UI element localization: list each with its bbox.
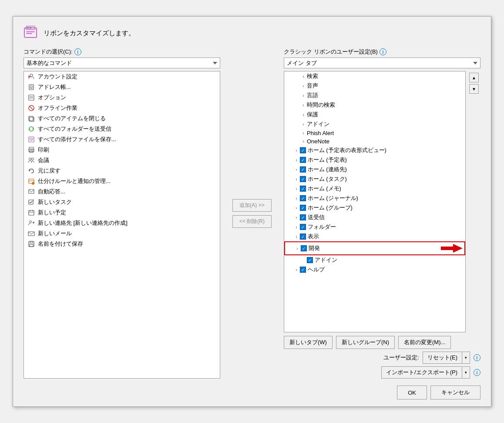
right-list-item[interactable]: › ホーム (タスク) bbox=[284, 174, 465, 184]
svg-text:!: ! bbox=[33, 183, 33, 185]
import-export-button[interactable]: インポート/エクスポート(P) bbox=[382, 367, 462, 378]
offline-icon bbox=[27, 104, 35, 112]
new-tab-button[interactable]: 新しいタブ(W) bbox=[284, 336, 333, 349]
right-list-item[interactable]: › ホーム (連絡先) bbox=[284, 165, 465, 174]
list-item[interactable]: 元に戻す bbox=[24, 166, 220, 176]
right-list-item[interactable]: › アドイン bbox=[284, 119, 465, 129]
expand-icon: › bbox=[300, 112, 307, 117]
right-list-item[interactable]: › 時間の検索 bbox=[284, 100, 465, 110]
right-list-item[interactable]: › 送受信 bbox=[284, 213, 465, 222]
list-item[interactable]: 新しいメール bbox=[24, 228, 220, 239]
svg-rect-11 bbox=[29, 95, 34, 100]
user-settings-row: ユーザー設定: リセット(E) ▾ i bbox=[284, 352, 480, 364]
reset-button[interactable]: リセット(E) bbox=[423, 352, 462, 363]
customize-ribbon-dialog: リボンをカスタマイズします。 コマンドの選択(C): i 基本的なコマンド アカ… bbox=[13, 16, 491, 407]
print-icon bbox=[27, 146, 35, 154]
scroll-up-button[interactable]: ▲ bbox=[469, 73, 479, 82]
list-item[interactable]: すべてのフォルダーを送受信 bbox=[24, 124, 220, 134]
list-item[interactable]: 新しいタスク bbox=[24, 197, 220, 207]
add-button[interactable]: 追加(A) >> bbox=[232, 199, 272, 212]
checkbox[interactable] bbox=[300, 166, 306, 173]
right-list-item-label: 表示 bbox=[308, 233, 319, 240]
expand-icon: › bbox=[293, 234, 300, 239]
left-panel: コマンドの選択(C): i 基本的なコマンド アカウント設定 bbox=[24, 48, 220, 379]
checkbox[interactable] bbox=[301, 245, 307, 251]
checkbox[interactable] bbox=[300, 214, 306, 220]
checkbox[interactable] bbox=[300, 233, 306, 240]
right-panel-inner: › 検索 › 音声 › 言語 › 時間の検索 bbox=[284, 71, 480, 332]
svg-point-6 bbox=[30, 74, 33, 77]
right-list-item[interactable]: › 検索 bbox=[284, 71, 465, 81]
right-list-item[interactable]: › 表示 bbox=[284, 232, 465, 241]
list-item[interactable]: 自動応答... bbox=[24, 186, 220, 197]
meeting-icon bbox=[27, 156, 35, 164]
list-item[interactable]: オプション bbox=[24, 92, 220, 103]
checkbox[interactable] bbox=[300, 224, 306, 230]
svg-rect-18 bbox=[29, 137, 34, 142]
right-list-item[interactable]: › ホーム (ジャーナル) bbox=[284, 193, 465, 203]
list-item[interactable]: アドレス帳... bbox=[24, 82, 220, 92]
right-list-item[interactable]: アドイン bbox=[284, 255, 465, 265]
right-list-item[interactable]: › フォルダー bbox=[284, 222, 465, 232]
checkbox[interactable] bbox=[300, 147, 306, 153]
red-arrow-icon bbox=[437, 243, 463, 254]
reset-dropdown-arrow[interactable]: ▾ bbox=[462, 352, 470, 363]
svg-point-24 bbox=[32, 158, 34, 160]
checkbox[interactable] bbox=[300, 186, 306, 192]
right-list-item-label: ホーム (連絡先) bbox=[308, 166, 347, 173]
options-icon bbox=[27, 94, 35, 102]
list-item[interactable]: 新しい連絡先 [新しい連絡先の作成] bbox=[24, 218, 220, 228]
list-item[interactable]: 会議 bbox=[24, 155, 220, 166]
expand-icon: › bbox=[294, 246, 301, 251]
list-item[interactable]: 印刷 bbox=[24, 145, 220, 155]
bottom-buttons: 新しいタブ(W) 新しいグループ(N) 名前の変更(M)... bbox=[284, 336, 480, 349]
checkbox[interactable] bbox=[300, 195, 306, 201]
new-group-button[interactable]: 新しいグループ(N) bbox=[336, 336, 395, 349]
closeall-icon bbox=[27, 115, 35, 122]
right-list-item[interactable]: › ホーム (予定表の表形式ビュー) bbox=[284, 146, 465, 155]
list-item[interactable]: すべてのアイテムを閉じる bbox=[24, 113, 220, 124]
list-item[interactable]: すべての添付ファイルを保存... bbox=[24, 134, 220, 145]
import-export-split-button[interactable]: インポート/エクスポート(P) ▾ bbox=[381, 366, 470, 379]
scroll-down-button[interactable]: ▼ bbox=[469, 84, 479, 94]
checkbox[interactable] bbox=[300, 205, 306, 211]
list-item-label: 自動応答... bbox=[38, 188, 65, 196]
import-export-info-icon[interactable]: i bbox=[474, 369, 480, 376]
right-list-item-kaihatsu[interactable]: › 開発 bbox=[284, 241, 465, 255]
import-export-dropdown-arrow[interactable]: ▾ bbox=[462, 367, 470, 378]
list-item-label: 会議 bbox=[38, 156, 49, 164]
ok-button[interactable]: OK bbox=[397, 386, 427, 399]
account-icon bbox=[27, 73, 35, 81]
expand-icon: › bbox=[300, 93, 307, 98]
list-item[interactable]: 名前を付けて保存 bbox=[24, 239, 220, 249]
list-item[interactable]: アカウント設定 bbox=[24, 71, 220, 82]
remove-button[interactable]: << 削除(R) bbox=[232, 215, 272, 228]
reset-info-icon[interactable]: i bbox=[474, 354, 480, 361]
right-list-item[interactable]: › ホーム (メモ) bbox=[284, 184, 465, 193]
checkbox[interactable] bbox=[300, 267, 306, 273]
right-list-item[interactable]: › OneNote bbox=[284, 137, 465, 146]
right-list-item[interactable]: › ホーム (予定表) bbox=[284, 155, 465, 165]
right-list-item[interactable]: › ヘルプ bbox=[284, 265, 465, 274]
right-dropdown[interactable]: メイン タブ bbox=[284, 58, 480, 68]
left-dropdown[interactable]: 基本的なコマンド bbox=[24, 58, 220, 68]
right-list-item[interactable]: › 保護 bbox=[284, 110, 465, 119]
right-list-item[interactable]: › ホーム (グループ) bbox=[284, 203, 465, 213]
checkbox[interactable] bbox=[307, 257, 313, 263]
right-list-item[interactable]: › Phish Alert bbox=[284, 129, 465, 137]
checkbox[interactable] bbox=[300, 176, 306, 182]
rename-button[interactable]: 名前の変更(M)... bbox=[398, 336, 451, 349]
left-info-icon[interactable]: i bbox=[74, 48, 81, 55]
reset-split-button[interactable]: リセット(E) ▾ bbox=[423, 352, 470, 364]
checkbox[interactable] bbox=[300, 157, 306, 163]
right-list-item-label: ホーム (メモ) bbox=[308, 185, 341, 193]
expand-icon: › bbox=[293, 206, 300, 210]
right-list-item[interactable]: › 音声 bbox=[284, 81, 465, 91]
list-item[interactable]: ! 仕分けルールと通知の管理... bbox=[24, 176, 220, 186]
cancel-button[interactable]: キャンセル bbox=[430, 386, 480, 399]
right-list-item-label: OneNote bbox=[307, 138, 329, 145]
right-info-icon[interactable]: i bbox=[380, 48, 386, 55]
list-item[interactable]: 新しい予定 bbox=[24, 207, 220, 218]
list-item[interactable]: オフライン作業 bbox=[24, 103, 220, 113]
right-list-item[interactable]: › 言語 bbox=[284, 91, 465, 100]
